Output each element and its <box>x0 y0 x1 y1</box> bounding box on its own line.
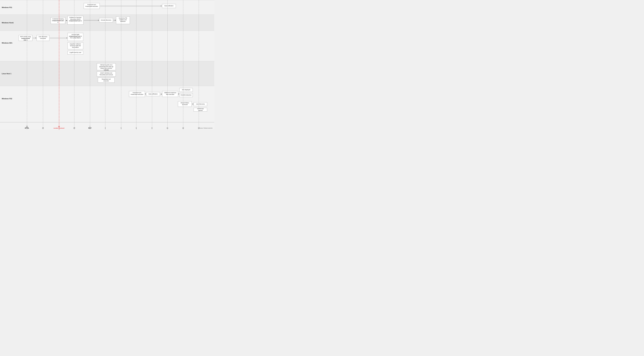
row-fs2: Windows FS2 ScanZoom.ps1PowerShell execu… <box>0 86 214 122</box>
label-lh1: Linux Host 1 <box>2 73 11 74</box>
arrow-fs2-3 <box>178 94 179 94</box>
event-scanzoom-fs2: ScanZoom.ps1PowerShell execution <box>129 91 145 97</box>
event-rdp-activity: RDP activity usingcompromised user 1 <box>19 35 32 41</box>
label-host1: Windows Host1 <box>2 22 14 23</box>
event-susp-file: Suspicious filecreation anddetection <box>116 16 130 24</box>
tick-8: 8 <box>152 127 152 129</box>
arrow-fs2-1 <box>145 94 146 94</box>
event-rdp-disconnect: Evidence of terminaldisconnect (RDP)comp… <box>68 16 84 24</box>
label-fs1: Windows FS1 <box>2 6 12 8</box>
row-host1: Windows Host1 Credential dumpingcompromi… <box>0 14 214 30</box>
event-exfil-fs1: Data exfiltration <box>162 4 176 8</box>
event-exfil-fs2: Data exfiltration <box>146 92 160 96</box>
event-radmin: RADMIN detection <box>179 93 193 97</box>
tick-5: 5 <box>121 127 122 129</box>
label-fs2: Windows FS2 <box>2 98 12 99</box>
label-ad1: Windows AD1 <box>2 42 12 44</box>
tick-29: 29 <box>73 127 75 129</box>
row-fs1: Windows FS1 ScanZoom.ps1PowerShell execu… <box>0 0 214 14</box>
event-shared-folders: Shared foldersaccessed <box>178 101 192 107</box>
event-responder: Responder toolexecution <box>98 77 114 83</box>
tick-22: 22 APRIL <box>25 126 29 129</box>
event-xes: XES deployed <box>179 88 193 92</box>
tick-12: 12 <box>182 127 184 129</box>
row-lh1: Linux Host 1 Attempt to grab Linuxpasswo… <box>0 61 214 86</box>
row-ad1: Windows AD1 RDP activity usingcompromise… <box>0 30 214 61</box>
event-add-susp: Additional suspiciousfiles executed <box>162 91 178 97</box>
event-user-disc-cmd: User discoverycommand <box>36 35 49 41</box>
event-scanzoom-fs1: ScanZoom.ps1PowerShell execution <box>84 3 100 9</box>
event-svchost: svchost.zip opened <box>194 108 207 112</box>
tick-11: 11 <box>166 127 168 129</box>
event-impacket: Impacket 'smbexec'service to add newloca… <box>68 42 83 49</box>
copyright: ©2022 TREND MICRO <box>199 127 213 129</box>
tick-28: 28 Incident declared <box>54 126 64 129</box>
arrow-host1-3 <box>113 20 116 20</box>
arrow-ad1-2 <box>50 38 68 38</box>
tick-1may: 1 MAY <box>88 126 92 129</box>
event-logoff: Logoff event by user <box>68 51 83 54</box>
timeline-container: Windows FS1 ScanZoom.ps1PowerShell execu… <box>0 0 214 130</box>
event-user-disc-fs2: User discovery <box>194 102 207 106</box>
arrow-ad1-1 <box>33 38 36 38</box>
event-domain-disc: Domain discovery <box>99 18 113 22</box>
tick-4: 4 <box>105 127 106 129</box>
tick-23: 23 <box>42 127 44 129</box>
timeline-axis: 22 APRIL 23 28 Incident declared 29 1 MA… <box>0 122 214 130</box>
event-account-login: Account logincompromised user 1from Linu… <box>68 33 83 41</box>
event-cred-dump: Credential dumpingcompromised user 2 <box>51 17 65 24</box>
arrow-fs2-4 <box>192 104 194 104</box>
arrow-host1-2 <box>84 20 99 20</box>
event-wget: WGET DOWNLOADRevssh64 and execute <box>97 71 116 76</box>
event-grab-linux: Attempt to grab Linuxpasswords from php-… <box>97 63 116 70</box>
tick-6: 6 <box>136 127 137 129</box>
arrow-host1-1 <box>66 20 67 21</box>
